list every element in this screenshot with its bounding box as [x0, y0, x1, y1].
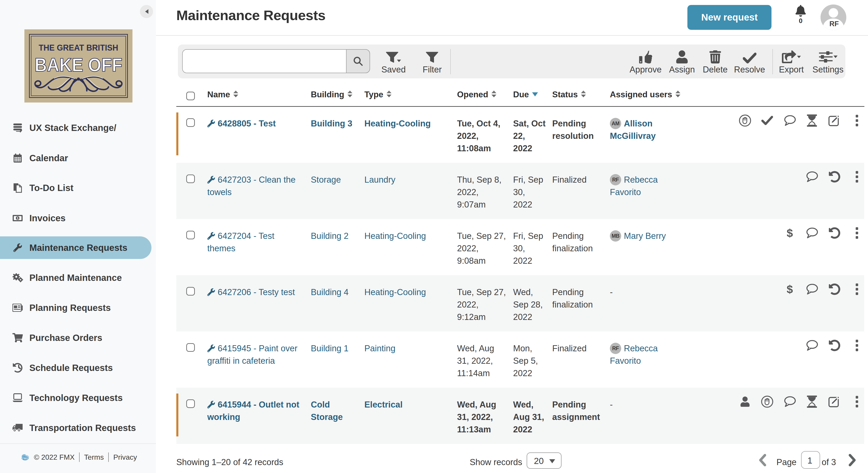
- svg-text:1: 1: [17, 216, 19, 220]
- svg-text:THE GREAT BRITISH: THE GREAT BRITISH: [39, 43, 118, 53]
- svg-text:FMX: FMX: [22, 457, 28, 460]
- svg-text:RF: RF: [829, 20, 839, 28]
- svg-text:BAKE OFF: BAKE OFF: [35, 54, 122, 75]
